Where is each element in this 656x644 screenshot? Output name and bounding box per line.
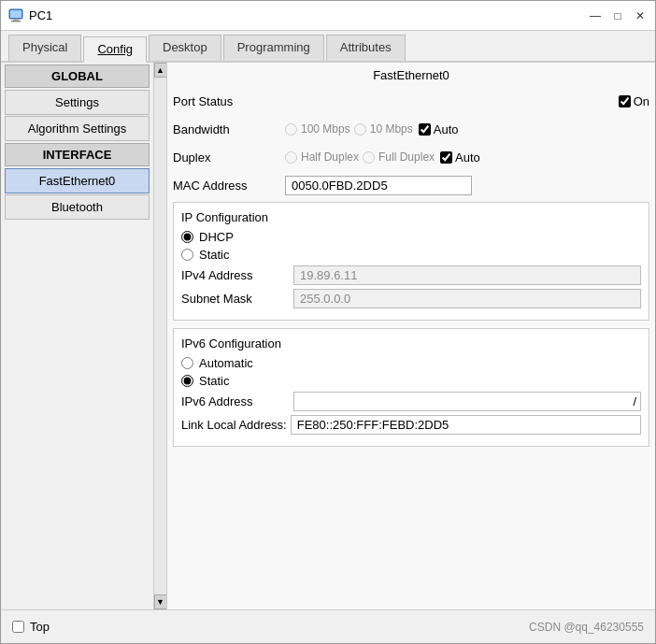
svg-rect-3 (10, 10, 21, 18)
dhcp-radio[interactable] (181, 231, 193, 243)
sidebar-item-algorithm-settings[interactable]: Algorithm Settings (5, 116, 150, 141)
mac-address-row: MAC Address (173, 174, 649, 196)
mac-address-label: MAC Address (173, 179, 285, 193)
content-area: GLOBAL Settings Algorithm Settings INTER… (1, 63, 655, 609)
automatic-label: Automatic (199, 356, 253, 370)
link-local-row: Link Local Address: (181, 415, 641, 435)
duplex-label: Duplex (173, 150, 285, 165)
link-local-input[interactable] (291, 415, 641, 435)
port-status-checkbox[interactable] (619, 95, 631, 107)
dhcp-radio-row: DHCP (181, 230, 641, 244)
bandwidth-10-radio[interactable] (354, 123, 366, 136)
duplex-full-label: Full Duplex (378, 150, 435, 164)
scrollbar-track[interactable] (154, 78, 166, 594)
global-header: GLOBAL (5, 64, 150, 88)
sidebar: GLOBAL Settings Algorithm Settings INTER… (1, 63, 167, 609)
bandwidth-auto-checkbox[interactable] (419, 123, 431, 136)
bandwidth-10-label: 10 Mbps (370, 122, 413, 136)
svg-rect-1 (13, 19, 19, 21)
duplex-row: Duplex Half Duplex Full Duplex Auto (173, 146, 649, 168)
ipv6-static-radio-row: Static (181, 374, 641, 388)
static-radio[interactable] (181, 249, 193, 261)
ipv4-label: IPv4 Address (181, 268, 293, 282)
main-panel: FastEthernet0 Port Status On Bandwidth (167, 63, 655, 609)
title-left: PC1 (8, 8, 52, 23)
tab-config[interactable]: Config (83, 36, 147, 63)
bottom-bar: Top CSDN @qq_46230555 (1, 609, 655, 643)
sidebar-scrollbar: ▲ ▼ (153, 63, 166, 609)
on-label: On (634, 94, 649, 108)
duplex-options: Half Duplex Full Duplex (285, 150, 435, 164)
ipv6-address-input[interactable] (294, 393, 629, 410)
sidebar-item-bluetooth[interactable]: Bluetooth (5, 194, 150, 220)
ipv6-config-title: IPv6 Configuration (181, 336, 641, 351)
ipv4-row: IPv4 Address (181, 265, 641, 285)
computer-icon (8, 8, 23, 23)
port-status-label: Port Status (173, 94, 285, 108)
subnet-row: Subnet Mask (181, 289, 641, 308)
panel-title: FastEthernet0 (173, 68, 649, 82)
tab-programming[interactable]: Programming (223, 35, 324, 61)
tab-physical[interactable]: Physical (8, 35, 81, 61)
bandwidth-options: 100 Mbps 10 Mbps (285, 122, 413, 136)
duplex-auto-label: Auto (455, 150, 480, 165)
bandwidth-100-label: 100 Mbps (301, 122, 350, 136)
duplex-full-radio[interactable] (363, 151, 375, 164)
tab-desktop[interactable]: Desktop (149, 35, 221, 61)
port-status-row: Port Status On (173, 90, 649, 112)
scroll-down-arrow[interactable]: ▼ (154, 594, 167, 609)
ip-config-title: IP Configuration (181, 210, 641, 224)
bandwidth-row: Bandwidth 100 Mbps 10 Mbps Auto (173, 118, 649, 140)
bandwidth-100-radio[interactable] (285, 123, 297, 136)
maximize-button[interactable]: □ (610, 8, 625, 23)
bandwidth-auto-label: Auto (434, 122, 459, 136)
ipv6-static-label: Static (199, 374, 230, 388)
scroll-up-arrow[interactable]: ▲ (154, 63, 167, 78)
duplex-half-label: Half Duplex (301, 150, 359, 164)
link-local-label: Link Local Address: (181, 418, 287, 432)
duplex-auto-checkbox[interactable] (440, 151, 452, 164)
ipv6-input-group: / (293, 392, 641, 411)
automatic-radio-row: Automatic (181, 356, 641, 370)
duplex-auto-group: Auto (440, 150, 480, 165)
ipv6-static-radio[interactable] (181, 375, 193, 387)
ipv6-addr-label: IPv6 Address (181, 394, 293, 408)
top-checkbox[interactable] (12, 621, 24, 633)
title-controls: — □ ✕ (588, 8, 648, 23)
ipv4-input[interactable] (293, 265, 641, 285)
bandwidth-controls: 100 Mbps 10 Mbps Auto (285, 122, 649, 136)
bandwidth-label: Bandwidth (173, 122, 285, 136)
top-label: Top (30, 620, 50, 634)
tab-attributes[interactable]: Attributes (326, 35, 406, 61)
bandwidth-auto-group: Auto (419, 122, 459, 136)
bottom-left: Top (12, 620, 50, 634)
duplex-controls: Half Duplex Full Duplex Auto (285, 150, 649, 165)
minimize-button[interactable]: — (588, 8, 603, 23)
mac-address-input[interactable] (285, 176, 472, 195)
mac-address-controls (285, 176, 649, 195)
subnet-input[interactable] (293, 289, 641, 308)
static-radio-row: Static (181, 248, 641, 262)
automatic-radio[interactable] (181, 357, 193, 369)
sidebar-item-fastethernet[interactable]: FastEthernet0 (5, 168, 150, 193)
subnet-label: Subnet Mask (181, 292, 293, 306)
on-group: On (619, 94, 649, 108)
dhcp-label: DHCP (199, 230, 234, 244)
duplex-half-radio[interactable] (285, 151, 297, 164)
window-title: PC1 (29, 8, 52, 22)
interface-header: INTERFACE (5, 143, 150, 166)
close-button[interactable]: ✕ (633, 8, 648, 23)
svg-rect-2 (11, 21, 21, 22)
main-window: PC1 — □ ✕ Physical Config Desktop Progra… (0, 0, 656, 644)
tab-bar: Physical Config Desktop Programming Attr… (1, 31, 655, 63)
ipv6-addr-row: IPv6 Address / (181, 392, 641, 411)
title-bar: PC1 — □ ✕ (1, 1, 655, 31)
port-status-controls: On (285, 94, 649, 108)
ipv6-slash: / (629, 393, 640, 410)
static-label: Static (199, 248, 230, 262)
ip-config-box: IP Configuration DHCP Static IPv4 Addres… (173, 202, 649, 321)
watermark: CSDN @qq_46230555 (529, 621, 644, 634)
sidebar-item-settings[interactable]: Settings (5, 90, 150, 115)
ipv6-config-box: IPv6 Configuration Automatic Static IPv6… (173, 328, 649, 447)
